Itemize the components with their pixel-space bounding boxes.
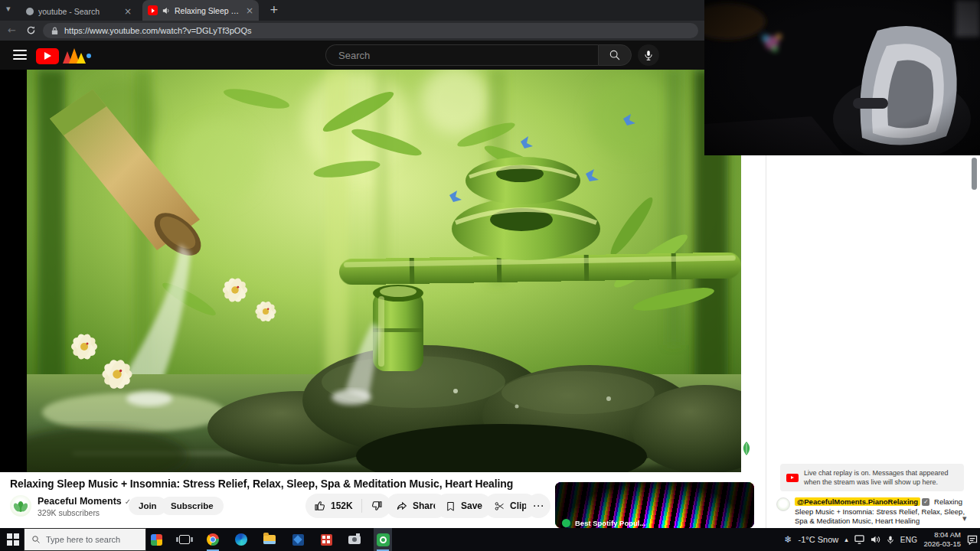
taskbar-pinned-apps	[147, 528, 392, 551]
like-button[interactable]: 152K	[305, 494, 361, 518]
clip-label: Clip	[510, 500, 528, 511]
more-actions-button[interactable]: ⋯	[526, 494, 550, 518]
taskbar-clock[interactable]: 8:04 AM 2026-03-15	[923, 530, 961, 549]
mic-icon	[643, 50, 654, 61]
video-info-section: Relaxing Sleep Music + Insomnia: Stress …	[0, 472, 766, 528]
webcam-overlay	[704, 0, 980, 155]
url-field[interactable]: https://www.youtube.com/watch?v=DGLyTf3p…	[43, 23, 698, 38]
thumbs-down-icon	[371, 500, 383, 512]
notice-text: Live chat replay is on. Messages that ap…	[804, 468, 958, 487]
chrome-icon[interactable]	[204, 528, 222, 551]
lotus-icon	[10, 495, 31, 517]
red-grid-app-icon[interactable]	[317, 528, 335, 551]
like-dislike-group: 152K	[305, 494, 391, 518]
like-count: 152K	[331, 500, 353, 511]
mic-button[interactable]	[638, 44, 659, 66]
chat-scrollbar-thumb[interactable]	[972, 158, 977, 190]
related-video-thumbnail[interactable]: Best Spotify Popul...	[555, 482, 754, 528]
related-channel-avatar	[562, 519, 570, 527]
scissors-icon	[494, 500, 505, 512]
video-frame-bamboo-zen-scene	[27, 70, 741, 472]
back-button[interactable]: ←	[8, 24, 16, 36]
windows-taskbar: ❄ -1°C Snow ▴ ENG 8:04 AM 2026-03-15	[0, 528, 980, 551]
live-chat-panel: Live chat replay is on. Messages that ap…	[766, 155, 980, 528]
new-tab-button[interactable]: +	[270, 3, 279, 15]
file-explorer-icon[interactable]	[260, 528, 279, 551]
chat-message-body: @PeacefulMoments.PianoRelaxing✓ Relaxing…	[795, 497, 969, 527]
clock-date: 2026-03-15	[923, 540, 961, 549]
live-chat-replay-notice: Live chat replay is on. Messages that ap…	[780, 464, 964, 491]
search-icon	[609, 49, 621, 61]
chat-author-avatar[interactable]	[776, 497, 790, 511]
edge-icon[interactable]	[232, 528, 250, 551]
webcam-room-scene	[704, 0, 980, 155]
subscribe-button[interactable]: Subscribe	[161, 497, 224, 515]
tab-close-icon[interactable]: ×	[246, 5, 253, 16]
weather-text[interactable]: -1°C Snow	[799, 535, 839, 544]
url-text: https://www.youtube.com/watch?v=DGLyTf3p…	[64, 26, 251, 35]
tab-title: Relaxing Sleep Music + Inson	[175, 6, 241, 15]
related-video-caption-row: Best Spotify Popul...	[562, 519, 645, 527]
taskbar-search[interactable]	[24, 528, 146, 551]
clock-time: 8:04 AM	[923, 530, 961, 540]
tab-audio-speaker-icon[interactable]	[162, 7, 170, 15]
action-center-icon[interactable]	[967, 535, 978, 545]
weather-snow-icon[interactable]: ❄	[785, 534, 792, 545]
search-icon	[31, 535, 41, 544]
tab-title: youtube - Search	[38, 7, 119, 16]
bookmark-icon	[445, 500, 456, 512]
channel-name[interactable]: Peaceful Moments ✓	[38, 496, 131, 507]
tab-favicon-search	[26, 8, 34, 15]
colorful-app-icon[interactable]	[147, 528, 165, 551]
screen-recorder-app-icon[interactable]	[374, 528, 392, 551]
youtube-play-icon	[786, 474, 799, 482]
camera-app-icon[interactable]	[345, 528, 364, 551]
desktop-screen: ▾ youtube - Search × Relaxing Sleep Musi…	[0, 0, 980, 551]
save-label: Save	[461, 500, 482, 511]
lock-icon[interactable]	[51, 26, 59, 36]
start-button[interactable]	[7, 533, 19, 546]
language-indicator[interactable]: ENG	[900, 536, 918, 544]
tab-search-chevron-icon[interactable]: ▾	[6, 4, 11, 14]
chat-scroll-down-icon[interactable]: ▾	[962, 514, 967, 523]
logo-flame-art	[61, 47, 92, 65]
speaker-icon[interactable]	[871, 535, 880, 544]
subscriber-count: 329K subscribers	[38, 508, 100, 517]
youtube-logo[interactable]	[36, 47, 92, 65]
chat-author-name[interactable]: @PeacefulMoments.PianoRelaxing	[795, 497, 920, 506]
mic-tray-icon[interactable]	[887, 535, 894, 545]
display-icon[interactable]	[854, 535, 864, 544]
browser-tab-youtube-video[interactable]: Relaxing Sleep Music + Inson ×	[142, 0, 259, 21]
refresh-button[interactable]	[26, 25, 36, 35]
browser-tab-search[interactable]: youtube - Search ×	[21, 2, 137, 21]
video-player[interactable]	[0, 70, 741, 472]
youtube-favicon	[148, 5, 158, 15]
channel-avatar[interactable]	[10, 495, 31, 517]
chat-author-verified-icon: ✓	[922, 498, 929, 506]
chat-message: @PeacefulMoments.PianoRelaxing✓ Relaxing…	[776, 497, 969, 527]
menu-icon[interactable]	[13, 50, 27, 63]
system-tray: ❄ -1°C Snow ▴ ENG 8:04 AM 2026-03-15	[785, 528, 978, 551]
share-icon	[396, 500, 408, 512]
thumbs-up-icon	[314, 500, 326, 512]
channel-name-text: Peaceful Moments	[38, 496, 122, 507]
search-input[interactable]	[325, 44, 598, 66]
tab-close-icon[interactable]: ×	[124, 6, 132, 17]
taskbar-search-input[interactable]	[46, 535, 138, 544]
related-video-caption: Best Spotify Popul...	[575, 519, 645, 527]
photos-app-icon[interactable]	[289, 528, 307, 551]
task-view-icon[interactable]	[175, 528, 194, 551]
youtube-play-icon	[36, 48, 59, 64]
tray-expand-icon[interactable]: ▴	[844, 536, 848, 543]
video-title: Relaxing Sleep Music + Insomnia: Stress …	[10, 478, 513, 490]
search-button[interactable]	[598, 44, 632, 66]
channel-watermark-leaf-icon[interactable]	[737, 439, 756, 458]
